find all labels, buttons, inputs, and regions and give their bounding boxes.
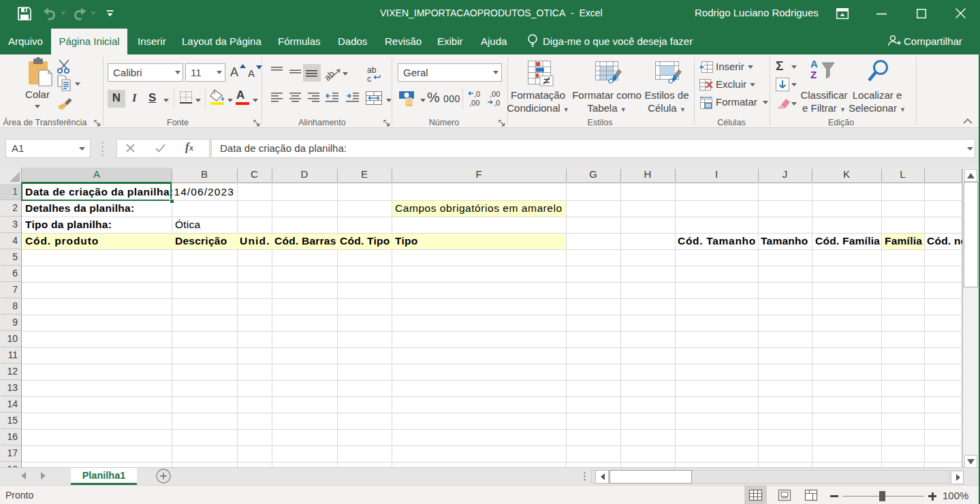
svg-text:ab: ab [367,65,377,75]
svg-text:,0: ,0 [494,99,500,107]
svg-text:,00: ,00 [469,99,479,107]
svg-text:,00: ,00 [490,90,500,98]
svg-text:,0: ,0 [474,90,480,98]
svg-text:c: c [367,74,371,84]
